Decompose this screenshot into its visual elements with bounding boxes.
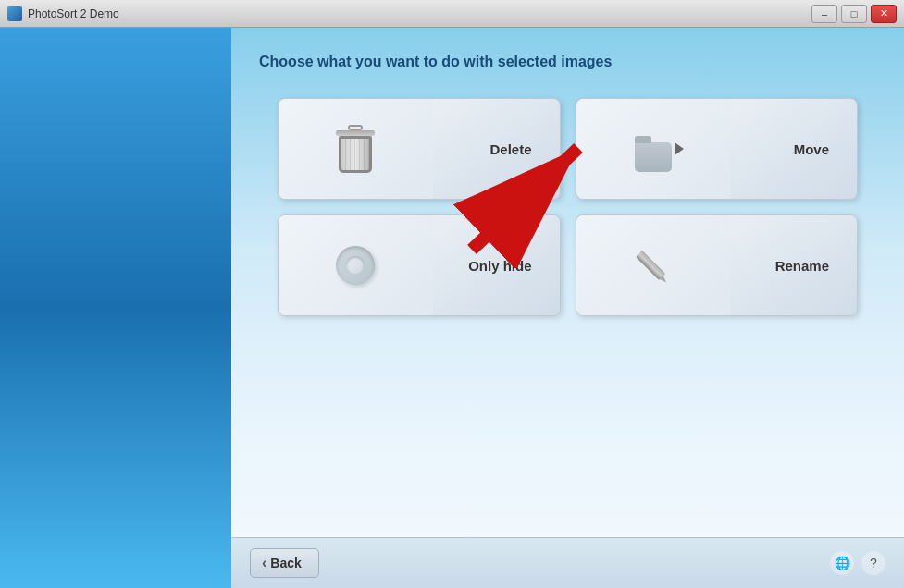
move-label: Move — [794, 141, 829, 157]
help-icon[interactable]: ? — [861, 551, 885, 575]
app-icon — [7, 6, 22, 21]
main-window: Choose what you want to do with selected… — [0, 28, 904, 588]
rename-button[interactable]: Rename — [576, 214, 859, 316]
pencil-icon — [630, 242, 676, 288]
back-button-label: Back — [270, 556, 301, 570]
back-chevron-icon: ‹ — [262, 555, 266, 571]
prompt-title: Choose what you want to do with selected… — [231, 28, 904, 89]
donut-ring — [336, 246, 375, 285]
title-bar-controls: – □ ✕ — [811, 5, 897, 23]
bottom-bar: ‹ Back 🌐 ? — [231, 537, 904, 588]
rename-label: Rename — [775, 258, 829, 274]
bottom-right-icons: 🌐 ? — [830, 551, 885, 575]
minimize-button[interactable]: – — [811, 5, 837, 23]
delete-label: Delete — [489, 141, 531, 157]
donut-hole — [346, 256, 365, 275]
svg-rect-2 — [636, 251, 666, 281]
only-hide-label: Only hide — [468, 258, 531, 274]
delete-icon-area — [279, 99, 433, 199]
content-area: Choose what you want to do with selected… — [231, 28, 904, 588]
hide-icon — [332, 242, 378, 288]
rename-icon-area — [576, 215, 731, 315]
move-button[interactable]: Move — [576, 98, 859, 200]
hide-icon-area — [279, 215, 433, 315]
move-icon — [630, 126, 676, 172]
back-button[interactable]: ‹ Back — [250, 548, 319, 578]
title-bar-left: PhotoSort 2 Demo — [7, 6, 119, 21]
globe-icon[interactable]: 🌐 — [830, 551, 854, 575]
sidebar — [0, 28, 231, 588]
maximize-button[interactable]: □ — [841, 5, 867, 23]
action-buttons-grid: Delete Move — [231, 98, 904, 316]
move-icon-area — [576, 99, 731, 199]
close-button[interactable]: ✕ — [871, 5, 897, 23]
delete-button[interactable]: Delete — [278, 98, 561, 200]
app-title: PhotoSort 2 Demo — [28, 7, 119, 20]
title-bar: PhotoSort 2 Demo – □ ✕ — [0, 0, 904, 28]
trash-icon — [333, 125, 378, 173]
only-hide-button[interactable]: Only hide — [278, 214, 561, 316]
